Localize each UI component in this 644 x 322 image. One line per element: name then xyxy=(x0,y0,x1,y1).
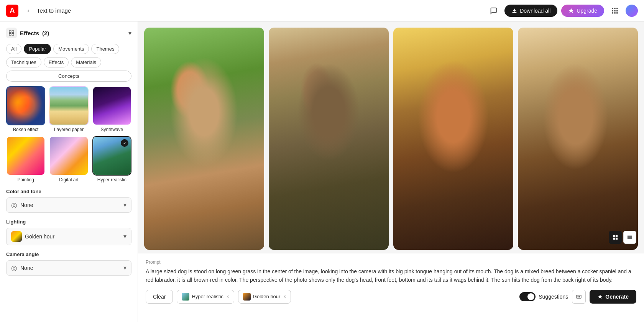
image-item-1[interactable] xyxy=(144,28,264,250)
effect-synthwave[interactable]: Synthwave xyxy=(92,86,131,132)
generate-label: Generate xyxy=(605,294,629,300)
effect-label-painting: Painting xyxy=(6,177,45,182)
filter-movements[interactable]: Movements xyxy=(53,44,89,54)
svg-rect-18 xyxy=(577,295,581,298)
main-layout: Effects (2) ▾ All Popular Movements Them… xyxy=(0,21,644,322)
suggestions-label: Suggestions xyxy=(539,294,568,300)
filter-techniques[interactable]: Techniques xyxy=(6,57,41,67)
image-item-4[interactable] xyxy=(518,28,638,250)
effects-grid: Bokeh effect Layered paper Synthwave xyxy=(6,86,131,182)
svg-rect-6 xyxy=(612,12,613,13)
lighting-chevron: ▾ xyxy=(123,233,127,240)
upgrade-label: Upgrade xyxy=(577,8,597,14)
camera-angle-dropdown[interactable]: ◎ None ▾ xyxy=(6,260,131,276)
golden-hour-tag-remove[interactable]: × xyxy=(283,294,286,299)
golden-hour-tag-icon xyxy=(243,293,251,301)
golden-hour-tag[interactable]: Golden hour × xyxy=(238,290,291,304)
effect-label-bokeh: Bokeh effect xyxy=(6,127,45,132)
filter-row-3: Concepts xyxy=(6,71,131,82)
hyper-realistic-tag[interactable]: Hyper realistic × xyxy=(177,290,234,304)
filter-effects[interactable]: Effects xyxy=(44,57,69,67)
effect-thumb-painting xyxy=(6,136,45,175)
filter-all[interactable]: All xyxy=(6,44,21,54)
sidebar-header: Effects (2) ▾ xyxy=(6,28,131,38)
back-button[interactable]: ‹ xyxy=(23,5,34,16)
effect-thumb-layered xyxy=(49,86,88,125)
filter-materials[interactable]: Materials xyxy=(71,57,101,67)
suggestions-toggle-switch[interactable] xyxy=(519,292,536,301)
svg-rect-4 xyxy=(614,10,615,11)
color-tone-dropdown[interactable]: ◎ None ▾ xyxy=(6,197,131,213)
view-toggle xyxy=(609,231,636,244)
image-gallery xyxy=(138,21,644,253)
golden-hour-tag-label: Golden hour xyxy=(253,294,281,299)
download-all-button[interactable]: Download all xyxy=(504,5,557,17)
camera-angle-chevron: ▾ xyxy=(123,264,127,271)
filter-concepts[interactable]: Concepts xyxy=(6,71,131,82)
effect-label-layered: Layered paper xyxy=(49,127,88,132)
adobe-logo: A xyxy=(6,5,18,17)
image-item-3[interactable] xyxy=(393,28,513,250)
effect-thumb-synthwave xyxy=(92,86,131,125)
sidebar: Effects (2) ▾ All Popular Movements Them… xyxy=(0,21,138,322)
svg-rect-14 xyxy=(616,235,618,237)
gallery-wrapper xyxy=(144,28,638,250)
lighting-thumb xyxy=(11,231,22,242)
color-tone-label: Color and tone xyxy=(6,189,131,194)
filter-row-1: All Popular Movements Themes xyxy=(6,44,131,54)
apps-grid-icon[interactable] xyxy=(608,4,622,18)
svg-rect-16 xyxy=(616,238,618,240)
upgrade-button[interactable]: Upgrade xyxy=(561,5,604,17)
content-area: Prompt A large sized dog is stood on lon… xyxy=(138,21,644,322)
hyper-realistic-tag-icon xyxy=(182,293,189,301)
svg-rect-1 xyxy=(614,8,615,9)
filter-popular[interactable]: Popular xyxy=(24,44,51,54)
aspect-ratio-button[interactable] xyxy=(572,290,586,304)
color-tone-chevron: ▾ xyxy=(123,201,127,209)
hyper-realistic-tag-remove[interactable]: × xyxy=(227,294,229,299)
svg-rect-13 xyxy=(613,235,615,237)
effect-painting[interactable]: Painting xyxy=(6,136,45,182)
svg-rect-12 xyxy=(12,33,14,35)
effect-thumb-hyper: ✓ xyxy=(92,136,131,175)
prompt-section: Prompt A large sized dog is stood on lon… xyxy=(138,253,644,322)
svg-rect-0 xyxy=(612,8,613,9)
lighting-value: Golden hour xyxy=(25,233,120,240)
hyper-realistic-tag-label: Hyper realistic xyxy=(192,294,223,299)
effect-layered-paper[interactable]: Layered paper xyxy=(49,86,88,132)
camera-angle-label: Camera angle xyxy=(6,251,131,257)
effect-bokeh[interactable]: Bokeh effect xyxy=(6,86,45,132)
svg-rect-2 xyxy=(616,8,618,9)
grid-view-button[interactable] xyxy=(609,231,622,244)
toggle-knob xyxy=(527,293,534,300)
camera-none-icon: ◎ xyxy=(11,264,17,272)
svg-rect-9 xyxy=(9,31,11,33)
none-icon: ◎ xyxy=(11,201,17,209)
image-item-2[interactable] xyxy=(269,28,389,250)
svg-rect-11 xyxy=(9,33,11,35)
effect-label-hyper: Hyper realistic xyxy=(92,177,131,182)
download-label: Download all xyxy=(520,8,550,14)
sidebar-collapse-icon[interactable]: ▾ xyxy=(128,30,131,37)
suggestions-toggle: Suggestions xyxy=(519,292,568,301)
camera-angle-value: None xyxy=(20,265,120,271)
svg-rect-17 xyxy=(628,236,632,239)
effect-hyper-realistic[interactable]: ✓ Hyper realistic xyxy=(92,136,131,182)
generate-button[interactable]: Generate xyxy=(590,290,636,304)
svg-rect-3 xyxy=(612,10,613,11)
filter-themes[interactable]: Themes xyxy=(91,44,119,54)
single-view-button[interactable] xyxy=(623,231,636,244)
svg-rect-8 xyxy=(616,12,618,13)
user-avatar[interactable] xyxy=(626,5,638,17)
effect-label-synthwave: Synthwave xyxy=(92,127,131,132)
chat-button[interactable] xyxy=(487,4,501,18)
effects-icon xyxy=(6,28,17,38)
lighting-dropdown[interactable]: Golden hour ▾ xyxy=(6,228,131,245)
clear-button[interactable]: Clear xyxy=(146,290,173,304)
effects-title: Effects xyxy=(20,30,39,36)
svg-rect-15 xyxy=(613,238,615,240)
svg-rect-5 xyxy=(616,10,618,11)
svg-rect-10 xyxy=(12,31,14,33)
effect-digital-art[interactable]: Digital art xyxy=(49,136,88,182)
color-tone-value: None xyxy=(20,202,120,208)
